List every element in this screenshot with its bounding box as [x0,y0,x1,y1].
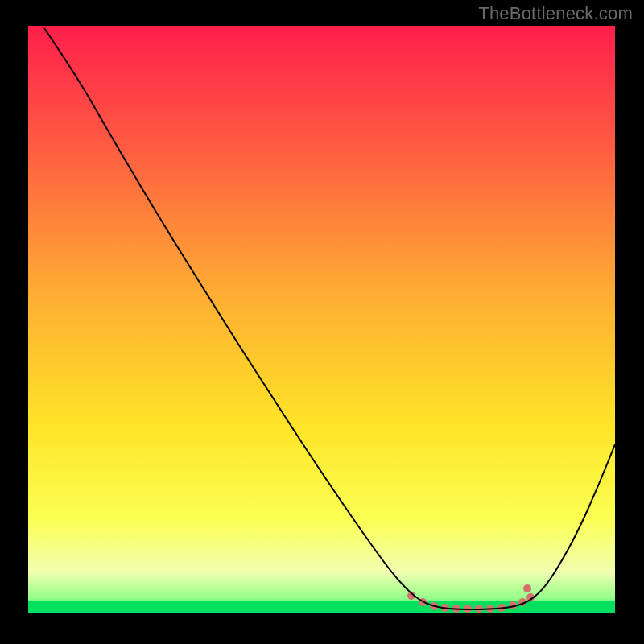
plot-svg [28,26,615,613]
valley-marker-dot [523,584,531,592]
gradient-background [28,26,615,613]
plot-area [28,26,615,613]
green-floor-band [28,601,615,613]
chart-frame: TheBottleneck.com [0,0,644,644]
watermark-text: TheBottleneck.com [478,3,633,24]
